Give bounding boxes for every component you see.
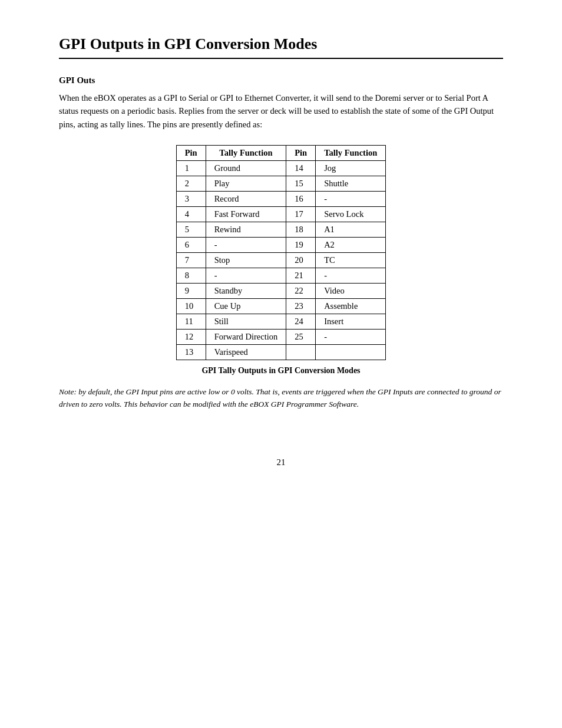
table-cell-r5-c3: A2 (316, 238, 386, 253)
table-cell-r4-c3: A1 (316, 222, 386, 238)
table-cell-r4-c2: 18 (286, 222, 316, 238)
gpi-table: Pin Tally Function Pin Tally Function 1G… (176, 145, 386, 360)
table-cell-r11-c1: Forward Direction (206, 330, 286, 345)
table-row: 2Play15Shuttle (176, 176, 386, 192)
table-row: 1Ground14Jog (176, 161, 386, 176)
table-cell-r11-c2: 25 (286, 330, 316, 345)
col-header-tally2: Tally Function (316, 146, 386, 161)
table-wrapper: Pin Tally Function Pin Tally Function 1G… (59, 145, 503, 360)
table-cell-r2-c3: - (316, 192, 386, 207)
table-cell-r3-c3: Servo Lock (316, 207, 386, 222)
table-cell-r10-c3: Insert (316, 314, 386, 330)
table-row: 11Still24Insert (176, 314, 386, 330)
table-cell-r10-c2: 24 (286, 314, 316, 330)
page-title: GPI Outputs in GPI Conversion Modes (59, 35, 503, 59)
col-header-pin2: Pin (286, 146, 316, 161)
table-cell-r8-c2: 22 (286, 284, 316, 299)
table-cell-r0-c3: Jog (316, 161, 386, 176)
table-cell-r7-c1: - (206, 268, 286, 284)
table-cell-r9-c1: Cue Up (206, 299, 286, 314)
table-cell-r4-c1: Rewind (206, 222, 286, 238)
table-cell-r9-c2: 23 (286, 299, 316, 314)
page-number: 21 (59, 457, 503, 467)
table-cell-r2-c0: 3 (176, 192, 206, 207)
table-cell-r3-c1: Fast Forward (206, 207, 286, 222)
table-cell-r6-c1: Stop (206, 253, 286, 268)
table-row: 4Fast Forward17Servo Lock (176, 207, 386, 222)
table-cell-r5-c0: 6 (176, 238, 206, 253)
table-cell-r0-c1: Ground (206, 161, 286, 176)
table-row: 3Record16- (176, 192, 386, 207)
col-header-tally1: Tally Function (206, 146, 286, 161)
table-cell-r3-c2: 17 (286, 207, 316, 222)
table-caption: GPI Tally Outputs in GPI Conversion Mode… (59, 366, 503, 375)
table-cell-r1-c2: 15 (286, 176, 316, 192)
table-cell-r1-c3: Shuttle (316, 176, 386, 192)
table-cell-r9-c0: 10 (176, 299, 206, 314)
table-cell-r12-c3 (316, 345, 386, 360)
table-cell-r0-c0: 1 (176, 161, 206, 176)
table-cell-r2-c1: Record (206, 192, 286, 207)
table-row: 6-19A2 (176, 238, 386, 253)
table-cell-r4-c0: 5 (176, 222, 206, 238)
table-cell-r5-c1: - (206, 238, 286, 253)
table-cell-r12-c0: 13 (176, 345, 206, 360)
note-text: Note: by default, the GPI Input pins are… (59, 386, 503, 410)
table-cell-r6-c0: 7 (176, 253, 206, 268)
table-cell-r8-c3: Video (316, 284, 386, 299)
table-cell-r0-c2: 14 (286, 161, 316, 176)
table-row: 7Stop20TC (176, 253, 386, 268)
body-text: When the eBOX operates as a GPI to Seria… (59, 91, 503, 131)
table-cell-r9-c3: Assemble (316, 299, 386, 314)
table-cell-r10-c0: 11 (176, 314, 206, 330)
table-cell-r7-c3: - (316, 268, 386, 284)
table-cell-r12-c2 (286, 345, 316, 360)
table-cell-r11-c0: 12 (176, 330, 206, 345)
table-cell-r12-c1: Varispeed (206, 345, 286, 360)
table-cell-r1-c0: 2 (176, 176, 206, 192)
table-row: 9Standby22Video (176, 284, 386, 299)
table-row: 12Forward Direction25- (176, 330, 386, 345)
table-cell-r5-c2: 19 (286, 238, 316, 253)
table-cell-r11-c3: - (316, 330, 386, 345)
table-cell-r6-c3: TC (316, 253, 386, 268)
table-cell-r8-c1: Standby (206, 284, 286, 299)
table-cell-r8-c0: 9 (176, 284, 206, 299)
table-cell-r7-c2: 21 (286, 268, 316, 284)
table-row: 10Cue Up23Assemble (176, 299, 386, 314)
table-cell-r10-c1: Still (206, 314, 286, 330)
section-heading: GPI Outs (59, 75, 503, 85)
table-cell-r6-c2: 20 (286, 253, 316, 268)
table-cell-r3-c0: 4 (176, 207, 206, 222)
col-header-pin1: Pin (176, 146, 206, 161)
table-row: 5Rewind18A1 (176, 222, 386, 238)
table-row: 13Varispeed (176, 345, 386, 360)
table-cell-r2-c2: 16 (286, 192, 316, 207)
table-cell-r7-c0: 8 (176, 268, 206, 284)
table-row: 8-21- (176, 268, 386, 284)
table-cell-r1-c1: Play (206, 176, 286, 192)
